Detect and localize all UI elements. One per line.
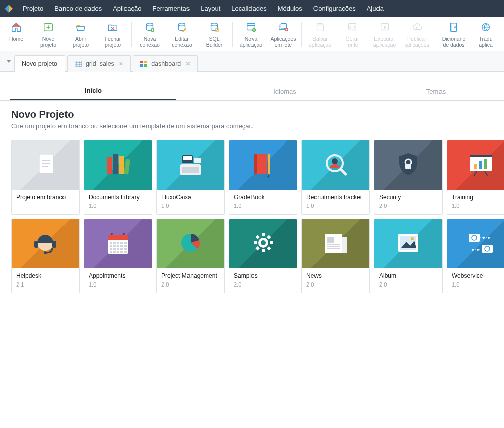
svg-rect-65 — [405, 164, 411, 169]
toolbar-nova-conexao-button[interactable]: Nova conexão — [134, 19, 166, 49]
toolbar-abrir-projeto-button[interactable]: Abrir projeto — [65, 19, 97, 49]
card-thumbnail — [229, 219, 297, 268]
card-thumbnail — [229, 140, 297, 190]
svg-rect-58 — [254, 154, 257, 174]
inner-tab-idiomas[interactable]: Idiomas — [176, 83, 393, 100]
svg-rect-105 — [262, 249, 265, 252]
card-body: Recruitments tracker1.0 — [302, 190, 369, 214]
inner-tabs: InícioIdiomasTemas — [0, 79, 504, 101]
svg-rect-91 — [110, 248, 112, 250]
picture-icon — [390, 228, 426, 260]
svg-rect-87 — [113, 245, 116, 247]
template-card-webservice[interactable]: Webservice1.0 — [447, 219, 504, 293]
card-thumbnail — [12, 140, 79, 190]
template-card-album[interactable]: Album2.0 — [374, 219, 443, 293]
card-thumbnail — [302, 219, 369, 268]
menu-item-aplicação[interactable]: Aplicação — [107, 0, 147, 17]
editar-conexao-icon — [176, 20, 187, 34]
template-card-fluxocaixa[interactable]: FluxoCaixa1.0 — [156, 140, 225, 215]
menu-item-banco-de-dados[interactable]: Banco de dados — [49, 0, 107, 17]
template-card-samples[interactable]: Samples2.0 — [229, 219, 297, 293]
svg-point-80 — [123, 233, 125, 235]
abrir-projeto-icon — [75, 20, 86, 34]
svg-rect-83 — [117, 242, 119, 244]
toolbar-separator — [131, 22, 132, 47]
card-body: Documents Library1.0 — [84, 190, 152, 214]
toolbar-dicionario-de-dados-button[interactable]: ADicionário de dados — [437, 19, 470, 49]
template-card-gradebook[interactable]: GradeBook1.0 — [229, 140, 297, 215]
template-card-training[interactable]: Training1.0 — [447, 140, 504, 215]
svg-rect-103 — [270, 241, 273, 244]
template-card-news[interactable]: News2.0 — [301, 219, 370, 293]
svg-rect-50 — [119, 156, 124, 174]
novo-projeto-icon — [43, 20, 54, 34]
toolbar-aplicacoes-em-lote-button[interactable]: Aplicações em lote — [267, 19, 299, 49]
close-icon[interactable]: × — [119, 60, 123, 67]
menu-item-ajuda[interactable]: Ajuda — [361, 0, 389, 17]
toolbar-home-button[interactable]: Home — [0, 19, 32, 49]
card-title: Projeto em branco — [16, 194, 75, 201]
template-card-helpdesk[interactable]: Helpdesk2.1 — [11, 219, 80, 293]
close-icon[interactable]: × — [186, 60, 190, 67]
inner-tab-início[interactable]: Início — [10, 82, 176, 100]
card-thumbnail — [157, 219, 224, 268]
svg-point-129 — [488, 237, 490, 239]
tab-novo-projeto[interactable]: Novo projeto — [14, 55, 65, 72]
svg-rect-40 — [144, 61, 147, 63]
toolbar-button-label: Fechar projeto — [105, 36, 121, 48]
menu-item-layout[interactable]: Layout — [195, 0, 226, 17]
tab-dashboard[interactable]: dashboard× — [133, 55, 197, 72]
svg-marker-1 — [9, 5, 13, 13]
card-thumbnail — [302, 140, 369, 190]
svg-rect-110 — [267, 235, 271, 239]
card-version: 2.0 — [234, 281, 292, 288]
tab-grid-sales[interactable]: grid_sales× — [67, 55, 131, 72]
menu-item-configurações[interactable]: Configurações — [308, 0, 361, 17]
toolbar-sql-builder-button[interactable]: SQL Builder — [198, 19, 230, 49]
menu-item-localidades[interactable]: Localidades — [226, 0, 272, 17]
toolbar-button-label: Aplicações em lote — [271, 36, 296, 48]
inner-tab-temas[interactable]: Temas — [393, 83, 479, 100]
menu-item-projeto[interactable]: Projeto — [17, 0, 49, 17]
card-title: Helpdesk — [16, 272, 75, 279]
toolbar-button-label: Abrir projeto — [73, 36, 89, 48]
dicionario-de-dados-icon: A — [448, 20, 459, 34]
toolbar-traduzir-aplicacoes-button[interactable]: Tradu aplica — [470, 19, 502, 49]
svg-rect-92 — [113, 248, 116, 250]
svg-rect-104 — [267, 246, 271, 250]
card-thumbnail — [447, 219, 504, 268]
svg-rect-114 — [327, 237, 334, 243]
toolbar-button-label: SQL Builder — [206, 36, 223, 48]
template-card-security[interactable]: Security2.0 — [374, 140, 443, 215]
tabs-dropdown-icon[interactable] — [3, 51, 14, 71]
calendar-icon — [100, 228, 136, 260]
card-body: GradeBook1.0 — [229, 190, 297, 214]
section-heading: Novo Projeto Crie um projeto em branco o… — [0, 101, 504, 134]
headset-icon — [27, 228, 64, 260]
page-subtitle: Crie um projeto em branco ou selecione u… — [11, 122, 493, 130]
template-card-project-management[interactable]: Project Management2.0 — [156, 219, 225, 293]
template-card-projeto-em-branco[interactable]: Projeto em branco — [11, 140, 80, 215]
template-card-appointments[interactable]: Appointments1.0 — [84, 219, 152, 293]
menu-item-ferramentas[interactable]: Ferramentas — [147, 0, 196, 17]
toolbar-editar-conexao-button[interactable]: Editar conexão — [166, 19, 198, 49]
toolbar-nova-aplicacao-button[interactable]: Nova aplicação — [235, 19, 267, 49]
svg-point-62 — [332, 158, 338, 164]
card-version: 2.1 — [16, 281, 75, 288]
svg-point-8 — [147, 23, 153, 26]
register-icon — [172, 149, 209, 182]
svg-rect-81 — [110, 242, 112, 244]
toolbar-novo-projeto-button[interactable]: Novo projeto — [32, 19, 65, 49]
menu-item-módulos[interactable]: Módulos — [272, 0, 308, 17]
toolbar-fechar-projeto-button[interactable]: Fechar projeto — [97, 19, 129, 49]
toolbar-button-label: Editar conexão — [172, 36, 192, 48]
fechar-projeto-icon — [107, 20, 118, 34]
svg-marker-33 — [6, 60, 11, 63]
svg-point-13 — [211, 23, 218, 26]
toolbar-button-label: Novo projeto — [40, 36, 56, 48]
template-card-documents-library[interactable]: Documents Library1.0 — [84, 140, 152, 215]
svg-rect-98 — [117, 251, 119, 253]
presentation-icon — [463, 149, 499, 182]
svg-rect-88 — [117, 245, 119, 247]
template-card-recruitments-tracker[interactable]: Recruitments tracker1.0 — [301, 140, 370, 215]
